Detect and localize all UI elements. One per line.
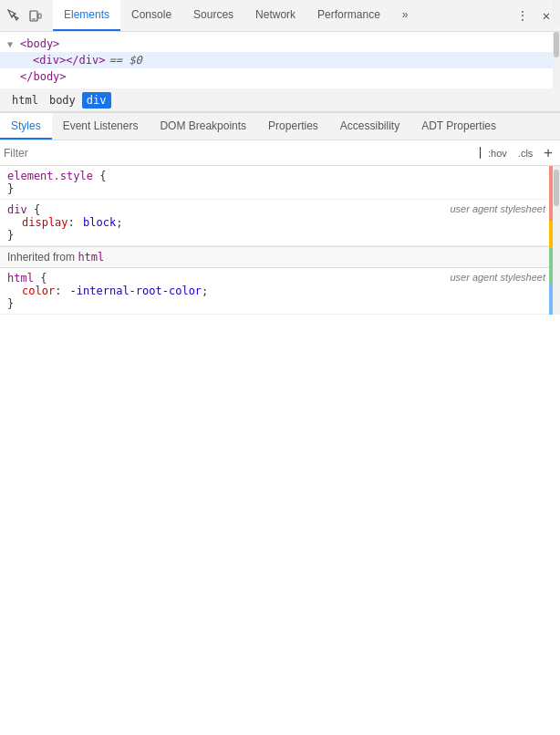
dom-scrollbar[interactable] xyxy=(553,32,560,88)
breadcrumb-body[interactable]: body xyxy=(45,92,80,109)
html-open-brace: { xyxy=(40,272,47,285)
html-color-prop-line[interactable]: color: -internal-root-color; xyxy=(7,285,560,297)
div-close-line: } xyxy=(7,229,560,242)
div-selector: div xyxy=(7,203,27,216)
panel-tab-bar: Styles Event Listeners DOM Breakpoints P… xyxy=(0,113,560,140)
breadcrumb-bar: html body div xyxy=(0,88,560,112)
tab-performance[interactable]: Performance xyxy=(306,0,391,31)
panel-tab-accessibility[interactable]: Accessibility xyxy=(329,113,410,140)
html-close-line: } xyxy=(7,297,560,310)
filter-input[interactable] xyxy=(4,147,476,160)
assigned-var: == $0 xyxy=(109,54,141,67)
color-indicator-green xyxy=(549,248,553,285)
div-display-prop-line[interactable]: display: block; xyxy=(7,216,560,229)
color-indicator-blue xyxy=(549,285,553,315)
color-colon: : xyxy=(55,285,61,297)
color-indicator-yellow xyxy=(549,221,553,248)
inherited-from-label: Inherited from xyxy=(7,251,78,264)
color-indicator-red xyxy=(549,166,553,221)
inherited-from-section: Inherited from html xyxy=(0,246,560,268)
element-style-close-brace: } xyxy=(7,182,14,195)
tab-console[interactable]: Console xyxy=(120,0,182,31)
display-value: block xyxy=(83,216,116,229)
element-style-close-line: } xyxy=(7,182,560,195)
expand-arrow-body: ▼ xyxy=(7,39,20,49)
div-open-brace: { xyxy=(34,203,40,216)
tab-elements[interactable]: Elements xyxy=(53,0,120,31)
div-ua-source: user agent stylesheet xyxy=(450,203,545,214)
html-selector: html xyxy=(7,272,34,285)
display-semicolon: ; xyxy=(116,216,122,229)
cls-button[interactable]: .cls xyxy=(514,146,537,160)
hov-button[interactable]: :hov xyxy=(484,146,511,160)
dom-row-div[interactable]: <div></div> == $0 xyxy=(0,52,560,68)
inspect-icon[interactable] xyxy=(4,5,24,26)
dom-tree: ▼ <body> <div></div> == $0 </body> xyxy=(0,32,560,88)
color-prop: color xyxy=(22,285,55,297)
color-semicolon: ; xyxy=(202,285,208,297)
filter-bar: :hov .cls + xyxy=(0,140,560,166)
tab-network[interactable]: Network xyxy=(244,0,306,31)
div-open-tag: <div> xyxy=(33,54,66,67)
dom-row-body-close[interactable]: </body> xyxy=(0,68,560,85)
element-style-block: element.style { } xyxy=(0,166,560,200)
dom-scrollbar-thumb xyxy=(554,32,559,57)
main-tab-bar: Elements Console Sources Network Perform… xyxy=(53,0,513,31)
body-open-tag: <body> xyxy=(20,37,59,50)
toolbar-icons xyxy=(4,5,46,26)
device-icon[interactable] xyxy=(26,5,46,26)
tab-sources[interactable]: Sources xyxy=(182,0,244,31)
elements-area: ▼ <body> <div></div> == $0 </body> html … xyxy=(0,32,560,113)
svg-rect-1 xyxy=(38,14,41,18)
breadcrumb-html[interactable]: html xyxy=(7,92,43,109)
div-close-brace: } xyxy=(7,229,14,242)
color-indicators xyxy=(549,166,553,315)
color-value: -internal-root-color xyxy=(70,285,202,297)
element-style-open-brace: { xyxy=(99,170,106,182)
div-close-tag: </div> xyxy=(66,54,105,67)
filter-buttons: :hov .cls + xyxy=(484,144,556,161)
breadcrumb-div[interactable]: div xyxy=(82,92,111,109)
panel-tab-event-listeners[interactable]: Event Listeners xyxy=(52,113,150,140)
body-close-tag: </body> xyxy=(20,70,67,83)
toolbar-right: ⋮ ✕ xyxy=(513,5,556,26)
cursor-indicator xyxy=(480,147,481,159)
element-style-selector-line: element.style { xyxy=(7,170,560,182)
css-content: element.style { } user agent stylesheet … xyxy=(0,166,560,315)
display-colon: : xyxy=(68,216,75,229)
panel-tab-properties[interactable]: Properties xyxy=(257,113,329,140)
css-scrollbar[interactable] xyxy=(553,166,560,315)
div-ua-block: user agent stylesheet div { display: blo… xyxy=(0,200,560,246)
html-ua-source: user agent stylesheet xyxy=(450,272,545,283)
new-style-rule-button[interactable]: + xyxy=(540,144,556,161)
more-options-icon[interactable]: ⋮ xyxy=(513,5,533,26)
panel-tab-styles[interactable]: Styles xyxy=(0,113,52,140)
panel-tab-adt-properties[interactable]: ADT Properties xyxy=(410,113,507,140)
tab-more[interactable]: » xyxy=(391,0,420,31)
element-style-selector: element.style xyxy=(7,170,93,182)
filter-scrollbar-area xyxy=(553,0,560,26)
html-close-brace: } xyxy=(7,297,14,310)
css-scrollbar-thumb xyxy=(554,170,559,206)
html-ua-block: user agent stylesheet html { color: -int… xyxy=(0,268,560,315)
display-prop: display xyxy=(22,216,68,229)
inherited-from-tag: html xyxy=(78,251,104,264)
devtools-toolbar: Elements Console Sources Network Perform… xyxy=(0,0,560,32)
dom-row-body[interactable]: ▼ <body> xyxy=(0,36,560,52)
panel-tab-dom-breakpoints[interactable]: DOM Breakpoints xyxy=(149,113,257,140)
